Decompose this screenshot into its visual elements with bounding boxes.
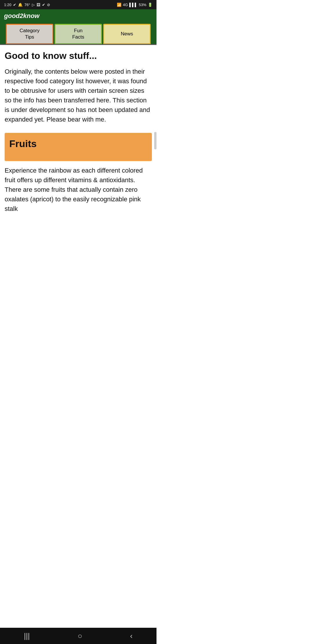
tab-news[interactable]: News	[103, 24, 151, 44]
signal-bars-icon: ▌▌▌	[129, 3, 137, 7]
status-time: 1:20	[4, 3, 11, 7]
image-icon: 🖼	[37, 3, 40, 7]
status-bar: 1:20 ✔ 🔔 76° ▷ 🖼 ✔ ⊘ 📶 4G ▌▌▌ 53% 🔋	[0, 0, 156, 9]
checkmark-icon: ✔	[13, 3, 16, 7]
battery-label: 53%	[139, 3, 146, 7]
intro-text: Originally, the contents below were post…	[5, 67, 152, 124]
fruits-body-text: Experience the rainbow as each different…	[5, 166, 152, 214]
app-title: good2know	[4, 12, 152, 22]
scrollbar-hint[interactable]	[154, 132, 156, 149]
fire-icon: 🔔	[18, 3, 23, 7]
download-icon: ✔	[42, 3, 45, 7]
app-header: good2know CategoryTips FunFacts News	[0, 9, 156, 44]
nav-icon: ▷	[32, 3, 35, 7]
tab-category-tips[interactable]: CategoryTips	[6, 24, 53, 44]
tab-bar: CategoryTips FunFacts News	[4, 22, 152, 44]
tab-fun-facts[interactable]: FunFacts	[54, 24, 102, 44]
status-left: 1:20 ✔ 🔔 76° ▷ 🖼 ✔ ⊘	[4, 3, 50, 7]
status-temp: 76°	[24, 3, 30, 7]
no-disturb-icon: ⊘	[47, 3, 50, 7]
wifi-icon: 📶	[117, 3, 121, 7]
fruits-banner: Fruits	[5, 133, 152, 161]
fruits-section-title: Fruits	[9, 138, 147, 149]
main-content: Good to know stuff... Originally, the co…	[0, 45, 156, 219]
battery-icon: 🔋	[148, 3, 152, 7]
signal-label: 4G	[123, 3, 128, 7]
page-title: Good to know stuff...	[5, 50, 152, 61]
status-right: 📶 4G ▌▌▌ 53% 🔋	[117, 3, 152, 7]
